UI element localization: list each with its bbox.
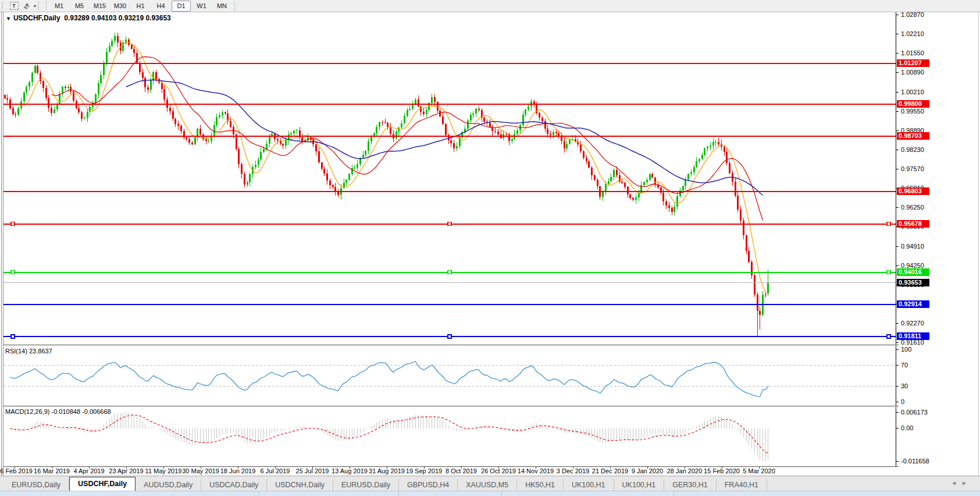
price-axis-tickmark — [896, 111, 899, 112]
chart-tab-audusd-daily[interactable]: AUDUSD,Daily — [136, 479, 201, 491]
price-axis-tick-1.02870: 1.02870 — [901, 11, 924, 18]
price-axis-tick-1.00890: 1.00890 — [901, 69, 924, 76]
chart-tab-uk100-h1[interactable]: UK100,H1 — [614, 479, 665, 491]
date-axis-label[interactable]: 18 Jun 2019 — [220, 467, 256, 474]
price-level-label-0.91811: 0.91811 — [897, 332, 929, 340]
macd-axis-tick-0.00: 0.00 — [901, 424, 913, 431]
price-axis-tickmark — [896, 323, 899, 324]
date-axis-label[interactable]: 31 Aug 2019 — [369, 467, 405, 474]
price-axis-tick-0.94250: 0.94250 — [901, 262, 924, 269]
price-level-label-0.99800: 0.99800 — [897, 100, 929, 108]
date-axis-label[interactable]: 15 Feb 2020 — [704, 467, 740, 474]
terminal-window: T ▾ M1M5M15M30H1H4D1W1MN ▼USDCHF,Daily 0… — [0, 0, 980, 496]
chart-tab-uk100-h1[interactable]: UK100,H1 — [564, 479, 614, 491]
date-axis-label[interactable]: 26 Feb 2019 — [0, 467, 33, 474]
price-level-label-0.92914: 0.92914 — [897, 300, 929, 308]
date-axis-label[interactable]: 19 Sep 2019 — [406, 467, 442, 474]
chart-tab-eurusd-daily[interactable]: EURUSD,Daily — [333, 479, 399, 491]
date-axis-label[interactable]: 3 Dec 2019 — [557, 467, 589, 474]
date-axis-label[interactable]: 26 Oct 2019 — [481, 467, 516, 474]
rsi-axis-tick-0: 0 — [901, 398, 904, 405]
chart-canvas[interactable] — [0, 0, 980, 496]
price-axis-tickmark — [896, 53, 899, 54]
date-axis-label[interactable]: 11 May 2019 — [145, 467, 182, 474]
price-axis-tick-0.98230: 0.98230 — [901, 146, 924, 153]
rsi-axis-tickmark — [896, 365, 899, 366]
date-axis-label[interactable]: 5 Mar 2020 — [743, 467, 775, 474]
status-bar-separator — [259, 491, 259, 496]
macd-axis-tickmark — [896, 412, 899, 413]
date-axis-label[interactable]: 16 Mar 2019 — [34, 467, 70, 474]
chart-tab-usdchf-daily[interactable]: USDCHF,Daily — [69, 477, 136, 491]
chart-tab-ger30-h1[interactable]: GER30,H1 — [664, 479, 716, 491]
price-axis-tick-0.92270: 0.92270 — [901, 320, 924, 327]
price-axis-tickmark — [896, 207, 899, 208]
tab-scroll-arrows: ◄► — [951, 480, 972, 486]
date-axis-label[interactable]: 30 May 2019 — [182, 467, 219, 474]
chart-tab-eurusd-daily[interactable]: EURUSD,Daily — [3, 479, 69, 491]
date-axis-label[interactable]: 25 Jul 2019 — [296, 467, 329, 474]
date-axis-label[interactable]: 13 Aug 2019 — [332, 467, 368, 474]
tab-scroll-right-icon[interactable]: ► — [961, 480, 972, 486]
date-axis-label[interactable]: 8 Oct 2019 — [446, 467, 477, 474]
rsi-axis-tickmark — [896, 402, 899, 402]
date-axis-label[interactable]: 14 Nov 2019 — [518, 467, 554, 474]
price-axis-tick-0.99550: 0.99550 — [901, 108, 924, 115]
macd-axis-tick-0.006173: 0.006173 — [901, 409, 928, 416]
rsi-indicator-label: RSI(14) 23.8637 — [5, 348, 52, 355]
chart-tab-xauusd-m5[interactable]: XAUUSD,M5 — [458, 479, 517, 491]
price-axis-tick-1.00210: 1.00210 — [901, 88, 924, 95]
price-axis-tickmark — [896, 265, 899, 266]
chart-tab-gbpusd-h4[interactable]: GBPUSD,H4 — [399, 479, 458, 491]
macd-axis-tick--0.011658: -0.011658 — [901, 458, 929, 465]
price-axis-tick-0.97570: 0.97570 — [901, 165, 924, 172]
macd-name: MACD(12,26,9) — [5, 408, 49, 415]
collapse-indicators-icon[interactable]: ▼ — [6, 16, 11, 22]
price-level-label-0.95678: 0.95678 — [897, 220, 929, 228]
macd-axis-tickmark — [896, 461, 899, 462]
price-axis-tickmark — [896, 130, 899, 131]
price-axis-tickmark — [896, 150, 899, 150]
date-axis-label[interactable]: 6 Jul 2019 — [261, 467, 290, 474]
price-level-label-0.96803: 0.96803 — [897, 187, 929, 195]
price-axis-tickmark — [896, 169, 899, 169]
price-axis-tickmark — [896, 342, 899, 343]
chart-tab-usdcad-daily[interactable]: USDCAD,Daily — [201, 479, 267, 491]
chart-symbol-label: USDCHF,Daily — [13, 14, 60, 22]
status-bar-separator — [398, 491, 399, 496]
macd-values: -0.010848 -0.006668 — [51, 408, 111, 415]
tab-scroll-left-icon[interactable]: ◄ — [951, 480, 961, 486]
price-axis-tickmark — [896, 34, 899, 34]
chart-tab-hk50-h1[interactable]: HK50,H1 — [517, 479, 564, 491]
price-level-label-0.98703: 0.98703 — [897, 132, 929, 140]
rsi-axis-tick-70: 70 — [901, 362, 908, 369]
chart-ohlc-values: 0.93289 0.94103 0.93219 0.93653 — [64, 14, 171, 22]
price-axis-tick-0.96250: 0.96250 — [901, 204, 924, 211]
price-axis-tick-0.94910: 0.94910 — [901, 243, 924, 250]
price-axis-tickmark — [896, 246, 899, 247]
chart-title: ▼USDCHF,Daily 0.93289 0.94103 0.93219 0.… — [6, 14, 171, 22]
date-axis-label[interactable]: 21 Dec 2019 — [592, 467, 628, 474]
chart-tab-fra40-h1[interactable]: FRA40,H1 — [717, 479, 767, 491]
price-level-label-1.01207: 1.01207 — [897, 59, 929, 67]
price-level-label-0.94016: 0.94016 — [897, 268, 929, 276]
price-axis-tickmark — [896, 92, 899, 93]
rsi-axis-tick-100: 100 — [901, 346, 911, 353]
rsi-axis-tick-30: 30 — [901, 382, 908, 389]
macd-indicator-label: MACD(12,26,9) -0.010848 -0.006668 — [5, 408, 111, 415]
price-axis-tickmark — [896, 72, 899, 73]
rsi-name: RSI(14) — [5, 348, 27, 355]
chart-tab-bar: EURUSD,DailyUSDCHF,DailyAUDUSD,DailyUSDC… — [0, 476, 980, 491]
chart-tab-usdcnh-daily[interactable]: USDCNH,Daily — [267, 479, 333, 491]
date-axis-label[interactable]: 9 Jan 2020 — [632, 467, 663, 474]
status-bar — [0, 491, 980, 496]
price-axis-tick-1.02210: 1.02210 — [901, 30, 924, 37]
macd-axis-tickmark — [896, 428, 899, 428]
date-axis-label[interactable]: 4 Apr 2019 — [73, 467, 104, 474]
date-axis-label[interactable]: 28 Jan 2020 — [667, 467, 703, 474]
date-axis-label[interactable]: 23 Apr 2019 — [109, 467, 143, 474]
rsi-value: 23.8637 — [29, 348, 52, 355]
current-price-label: 0.93653 — [897, 279, 929, 286]
status-bar-separator — [673, 491, 674, 496]
price-axis-tickmark — [896, 15, 899, 15]
